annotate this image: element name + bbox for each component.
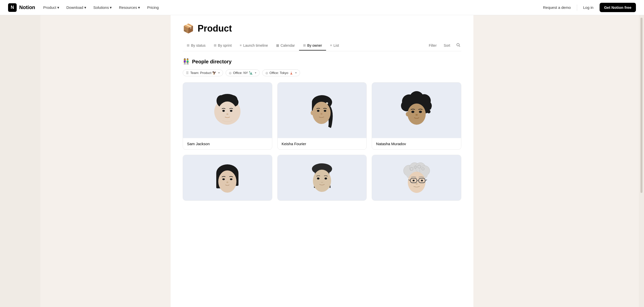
- table-icon: ⊞: [187, 43, 190, 47]
- brand-name: Notion: [19, 5, 35, 10]
- card-image: [278, 155, 367, 200]
- target-icon: ◎: [265, 71, 268, 75]
- svg-point-52: [317, 177, 319, 180]
- chevron-down-icon: ▾: [295, 71, 297, 74]
- card-image: [183, 155, 272, 200]
- svg-point-36: [406, 112, 409, 116]
- svg-point-11: [226, 113, 228, 115]
- card-image: [372, 155, 461, 200]
- gallery-icon: ⊞: [303, 43, 306, 47]
- filter-button[interactable]: Filter: [427, 42, 439, 48]
- page-icon: 📦: [183, 23, 194, 34]
- svg-point-70: [413, 180, 415, 182]
- svg-point-72: [416, 183, 418, 185]
- gallery-card-6[interactable]: [372, 155, 461, 201]
- page-content: 📦 Product ⊞ By status ⊞ By sprint ≡ Laun…: [171, 15, 473, 307]
- notion-logo[interactable]: N Notion: [8, 3, 35, 12]
- list-icon: ≡: [240, 43, 242, 47]
- sort-button[interactable]: Sort: [442, 42, 452, 48]
- svg-point-17: [327, 103, 328, 104]
- tab-actions: Filter Sort: [427, 40, 461, 51]
- chevron-down-icon: ▾: [57, 5, 59, 10]
- section-icon: 👫: [183, 58, 190, 65]
- table-icon: ⊞: [214, 43, 217, 47]
- svg-point-31: [427, 110, 431, 113]
- svg-point-8: [218, 101, 237, 124]
- chevron-down-icon: ▾: [110, 5, 112, 10]
- card-name: Keisha Fourier: [278, 138, 367, 149]
- nav-pricing[interactable]: Pricing: [144, 4, 162, 11]
- svg-point-21: [320, 113, 323, 115]
- card-name: Sam Jackson: [183, 138, 272, 149]
- section-title: People directory: [192, 59, 232, 65]
- left-sidebar: [0, 15, 40, 307]
- svg-point-19: [317, 110, 319, 112]
- section-header: 👫 People directory: [183, 58, 461, 65]
- filter-office-ny[interactable]: ◎ Office: NY 🗽 ▾: [226, 69, 259, 76]
- nav-left: N Notion Product ▾ Download ▾ Solutions …: [8, 3, 162, 12]
- page-title: Product: [198, 23, 232, 34]
- page-title-row: 📦 Product: [183, 23, 461, 34]
- svg-line-1: [459, 46, 460, 47]
- svg-point-43: [226, 182, 228, 183]
- list-icon: ≡: [330, 43, 332, 47]
- svg-point-22: [311, 111, 314, 115]
- nav-resources[interactable]: Resources ▾: [116, 4, 143, 11]
- svg-point-20: [324, 110, 326, 112]
- nav-download[interactable]: Download ▾: [63, 4, 89, 11]
- logo-box: N: [8, 3, 17, 12]
- nav-solutions[interactable]: Solutions ▾: [90, 4, 115, 11]
- tab-by-owner[interactable]: ⊞ By owner: [299, 41, 326, 50]
- gallery-card-sam-jackson[interactable]: Sam Jackson: [183, 82, 272, 150]
- calendar-icon: ▦: [276, 43, 279, 47]
- right-sidebar: [639, 15, 644, 307]
- filter-office-tokyo[interactable]: ◎ Office: Tokyo 🗼 ▾: [262, 69, 300, 76]
- chevron-down-icon: ▾: [218, 71, 220, 74]
- filter-team-product[interactable]: ☰ Team: Product 🦅 ▾: [183, 69, 223, 76]
- page-wrapper: 📦 Product ⊞ By status ⊞ By sprint ≡ Laun…: [0, 15, 644, 307]
- svg-point-35: [415, 114, 418, 116]
- gallery-card-keisha-fourier[interactable]: Keisha Fourier: [277, 82, 367, 150]
- search-icon[interactable]: [455, 42, 461, 49]
- svg-point-71: [421, 180, 423, 182]
- chevron-down-icon: ▾: [138, 5, 140, 10]
- request-demo-link[interactable]: Request a demo: [540, 4, 574, 11]
- target-icon: ◎: [229, 71, 231, 75]
- nav-product[interactable]: Product ▾: [40, 4, 62, 11]
- gallery-grid: Sam Jackson: [183, 82, 461, 201]
- nav-right: Request a demo Log in Get Notion free: [540, 3, 636, 12]
- gallery-card-5[interactable]: [277, 155, 367, 201]
- scrollbar-track[interactable]: [640, 18, 642, 193]
- tab-by-sprint[interactable]: ⊞ By sprint: [210, 41, 236, 50]
- nav-divider: [577, 5, 577, 11]
- nav-items: Product ▾ Download ▾ Solutions ▾ Resourc…: [40, 4, 162, 11]
- svg-point-9: [222, 110, 225, 112]
- svg-point-13: [235, 110, 239, 115]
- card-name: Natasha Muradov: [372, 138, 461, 149]
- svg-point-42: [230, 178, 232, 180]
- tab-calendar[interactable]: ▦ Calendar: [272, 41, 299, 50]
- filter-row: ☰ Team: Product 🦅 ▾ ◎ Office: NY 🗽 ▾ ◎ O…: [183, 69, 461, 76]
- list-icon: ☰: [186, 71, 189, 75]
- svg-point-34: [419, 111, 422, 113]
- svg-point-53: [325, 177, 327, 180]
- svg-point-30: [427, 106, 431, 110]
- login-link[interactable]: Log in: [580, 4, 597, 11]
- svg-point-12: [216, 110, 220, 115]
- chevron-down-icon: ▾: [84, 5, 86, 10]
- svg-point-18: [312, 102, 331, 124]
- svg-point-10: [230, 110, 232, 112]
- navbar: N Notion Product ▾ Download ▾ Solutions …: [0, 0, 644, 15]
- gallery-card-natasha-muradov[interactable]: Natasha Muradov: [372, 82, 461, 150]
- card-image: [278, 83, 367, 138]
- tabs-row: ⊞ By status ⊞ By sprint ≡ Launch timelin…: [183, 40, 461, 51]
- tab-launch-timeline[interactable]: ≡ Launch timeline: [236, 41, 272, 50]
- gallery-card-4[interactable]: [183, 155, 272, 201]
- get-notion-free-button[interactable]: Get Notion free: [600, 3, 636, 12]
- tab-by-status[interactable]: ⊞ By status: [183, 41, 210, 50]
- svg-point-41: [222, 178, 225, 180]
- card-image: [372, 83, 461, 138]
- chevron-down-icon: ▾: [255, 71, 256, 74]
- svg-point-51: [313, 170, 331, 192]
- tab-list[interactable]: ≡ List: [326, 41, 343, 50]
